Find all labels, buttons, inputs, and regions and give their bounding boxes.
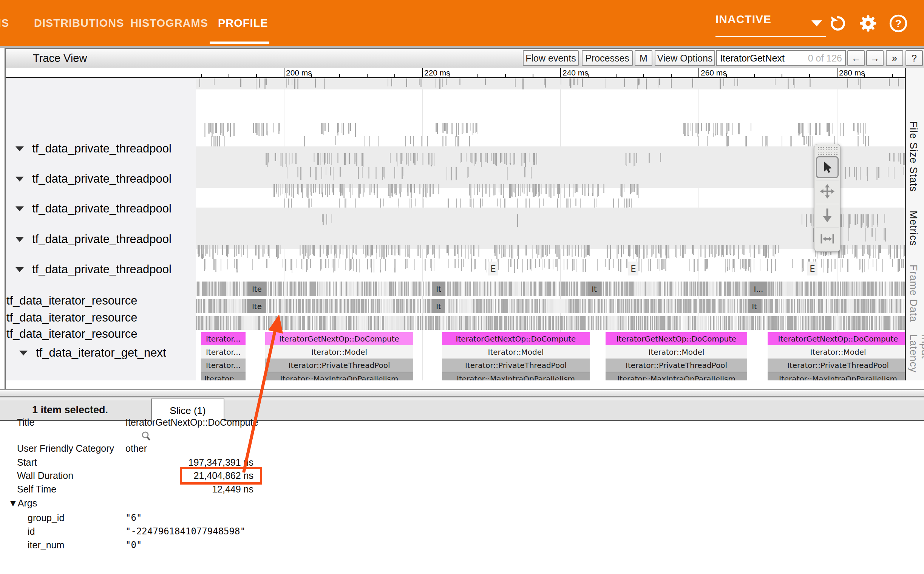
help-icon[interactable]: ? [889, 14, 908, 33]
trace-event-mark [745, 136, 746, 148]
trace-event-mark [688, 123, 689, 135]
collapse-arrow-icon[interactable] [16, 147, 24, 151]
trace-event-mark [429, 184, 430, 197]
toolbar-button-flow-events[interactable]: Flow events [523, 50, 579, 66]
async-event-badge[interactable]: E [488, 262, 498, 276]
trace-event-mark [610, 245, 611, 259]
trace-event-mark [381, 316, 382, 330]
trace-event-mark [861, 316, 862, 330]
trace-event-mark [813, 299, 814, 313]
slice-iterator-nested[interactable]: Iterator::MaxIntraOpParallelism [442, 372, 590, 380]
side-tab-metrics[interactable]: Metrics [907, 211, 919, 246]
trace-event-mark [767, 316, 768, 330]
trace-event-mark [573, 79, 574, 85]
trace-event-mark [698, 136, 699, 146]
slice-iterator-nested[interactable]: Iterator::Model [606, 345, 747, 358]
find-prev-button[interactable]: ← [847, 50, 865, 66]
tab-distributions[interactable]: DISTRIBUTIONS [34, 0, 124, 46]
shortcuts-help-button[interactable]: ? [905, 50, 923, 66]
zoom-tool[interactable] [816, 204, 839, 226]
slice-label-chip[interactable]: It [432, 299, 445, 313]
slice-iterator-nested[interactable]: Iterator::MaxIntraOpParallelism [767, 372, 905, 380]
slice-iterator-nested[interactable]: Iterator::PrivateThreadPool [442, 358, 590, 372]
run-selector[interactable]: INACTIVE [715, 13, 826, 34]
slice-iterator-get-next-op[interactable]: IteratorGetNextOp::DoCompute [606, 332, 747, 345]
slice-iterator-nested[interactable]: Iterator::Model [767, 345, 905, 358]
trace-event-mark [238, 245, 239, 254]
trace-event-mark [544, 79, 545, 85]
trace-event-mark [533, 153, 534, 162]
args-header[interactable]: ▼Args [8, 498, 37, 509]
trace-event-mark [834, 259, 835, 269]
trace-event-mark [362, 167, 363, 178]
trace-event-mark [525, 199, 527, 208]
slice-iterator-nested[interactable]: Iterator::Model [442, 345, 590, 358]
trace-canvas[interactable]: EEEIteItItI...IteItItIterator...Iterator… [196, 78, 905, 380]
slice-iterator-nested[interactable]: Iterator:... [201, 372, 245, 380]
collapse-arrow-icon[interactable] [16, 237, 24, 242]
slice-iterator-nested[interactable]: Iterator::PrivateThreadPool [265, 358, 413, 372]
find-next-button[interactable]: → [866, 50, 884, 66]
toolbar-button-processes[interactable]: Processes [582, 50, 633, 66]
slice-label-chip[interactable]: It [748, 299, 761, 313]
trace-event-mark [881, 316, 882, 330]
trace-event-mark [614, 299, 615, 313]
reload-icon[interactable] [828, 14, 848, 33]
search-box[interactable]: IteratorGetNext 0 of 126 [716, 50, 846, 66]
collapse-arrow-icon[interactable] [16, 267, 24, 272]
trace-event-mark [798, 299, 799, 313]
side-tab-input-latency[interactable]: Input Latency [907, 334, 924, 380]
tab-profile[interactable]: PROFILE [218, 0, 268, 46]
collapse-arrow-icon[interactable] [16, 177, 24, 181]
collapse-arrow-icon[interactable] [16, 207, 24, 211]
side-tab-file-size-stats[interactable]: File Size Stats [907, 121, 919, 192]
tab-histograms[interactable]: HISTOGRAMS [130, 0, 208, 46]
trace-event-mark [276, 316, 277, 330]
slice-iterator-get-next-op[interactable]: IteratorGetNextOp::DoCompute [442, 332, 590, 345]
magnifier-icon[interactable] [141, 430, 152, 442]
pan-tool[interactable] [816, 180, 839, 202]
slice-iterator-nested[interactable]: Iterator... [201, 345, 245, 358]
tab-graphs[interactable]: HS [0, 0, 9, 46]
arg-label-iter_num: iter_num [28, 540, 64, 550]
slice-label-chip[interactable]: Ite [247, 299, 266, 313]
trace-event-mark [200, 299, 201, 313]
trace-event-mark [814, 299, 814, 313]
slice-label-chip[interactable]: It [432, 282, 445, 296]
toolbar-button-m[interactable]: M [634, 50, 652, 66]
slice-iterator-nested[interactable]: Iterator::Model [265, 345, 413, 358]
trace-event-mark [209, 245, 210, 257]
toolbar-button-view-options[interactable]: View Options [655, 50, 715, 66]
trace-event-mark [255, 245, 256, 255]
chevron-down-icon[interactable] [812, 20, 822, 27]
trace-event-mark [286, 184, 287, 198]
jump-button[interactable]: » [886, 50, 903, 66]
trace-event-mark [712, 316, 713, 330]
slice-iterator-nested[interactable]: Iterator::MaxIntraOpParallelism [606, 372, 747, 380]
trace-event-mark [696, 299, 698, 313]
gear-icon[interactable] [858, 14, 878, 33]
horizontal-splitter[interactable] [0, 389, 924, 397]
slice-iterator-get-next-op[interactable]: IteratorGetNextOp::DoCompute [767, 332, 905, 345]
slice-label-chip[interactable]: I... [750, 282, 767, 296]
slice-iterator-nested[interactable]: Iterator::MaxIntraOpParallelism [265, 372, 413, 380]
slice-iterator-nested[interactable]: Iterator::PrivateThreadPool [606, 358, 747, 372]
trace-event-mark [679, 316, 680, 330]
async-event-badge[interactable]: E [807, 262, 818, 276]
search-input[interactable]: IteratorGetNext [720, 53, 785, 64]
timing-tool[interactable] [816, 227, 839, 250]
slice-iterator-get-next-op[interactable]: IteratorGetNextOp::DoCompute [265, 332, 413, 345]
side-tab-frame-data[interactable]: Frame Data [907, 265, 919, 322]
slice-iterator-nested[interactable]: Iterator::PrivateThreadPool [767, 358, 905, 372]
async-event-badge[interactable]: E [628, 262, 638, 276]
slice-iterator-get-next-op[interactable]: Iterator... [201, 332, 245, 345]
collapse-arrow-icon[interactable] [19, 351, 28, 355]
slice-label-chip[interactable]: Ite [247, 282, 266, 296]
trace-event-mark [215, 245, 216, 253]
slice-label-chip[interactable]: It [587, 282, 601, 296]
trace-event-mark [750, 316, 750, 330]
trace-event-mark [733, 259, 734, 268]
slice-iterator-nested[interactable]: Iterator... [201, 358, 245, 372]
palette-grip[interactable] [817, 147, 837, 155]
selection-tool[interactable] [816, 156, 839, 178]
